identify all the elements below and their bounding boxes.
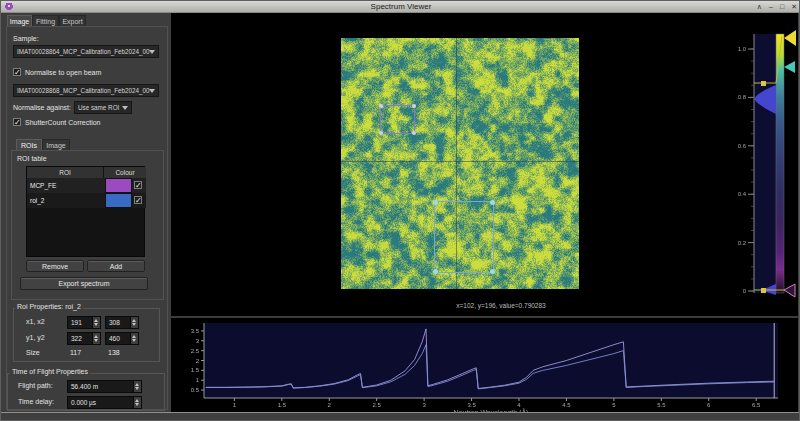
normalise-against-value: Use same ROI bbox=[78, 104, 119, 111]
spinner-icon[interactable] bbox=[130, 333, 138, 344]
window-controls: ∧ – □ ✕ bbox=[757, 2, 797, 11]
roi-handle[interactable] bbox=[433, 269, 438, 274]
spinner-icon[interactable] bbox=[130, 317, 138, 328]
roi-handle[interactable] bbox=[412, 131, 416, 135]
roi-table-title: ROI table bbox=[17, 155, 47, 162]
title-bar[interactable]: Spectrum Viewer ∧ – □ ✕ bbox=[1, 1, 800, 13]
roi-column-header[interactable]: ROI bbox=[27, 167, 103, 178]
roi-rect-roi-2[interactable] bbox=[434, 201, 494, 273]
open-beam-combobox-value: IMAT00028868_MCP_Calibration_Feb2024_00 bbox=[17, 87, 150, 94]
cursor-status-text: x=102, y=196, value=0.790283 bbox=[391, 302, 611, 309]
shuttercount-checkbox[interactable]: ✓ bbox=[13, 118, 21, 126]
time-delay-spinbox[interactable]: 0.000 µs bbox=[67, 396, 142, 409]
roi-name: MCP_FE bbox=[30, 178, 56, 193]
normalise-checkbox[interactable]: ✓ bbox=[13, 68, 21, 76]
control-panel: Image Fitting Export Sample: IMAT0002886… bbox=[4, 13, 171, 412]
sample-combobox[interactable]: IMAT00028864_MCP_Calibration_Feb2024_00 bbox=[13, 45, 159, 58]
roi-colour-swatch[interactable] bbox=[105, 193, 132, 208]
roi-handle[interactable] bbox=[379, 131, 383, 135]
roi-handle[interactable] bbox=[412, 104, 416, 108]
chevron-down-icon bbox=[149, 89, 155, 93]
flight-path-value: 56.400 m bbox=[71, 383, 98, 390]
add-button[interactable]: Add bbox=[87, 260, 145, 272]
flight-path-label: Flight path: bbox=[18, 382, 53, 389]
spinner-icon[interactable] bbox=[133, 397, 141, 408]
roi-handle[interactable] bbox=[433, 200, 438, 205]
x1-spinbox[interactable]: 191 bbox=[67, 316, 101, 329]
roi-visible-checkbox[interactable]: ✓ bbox=[134, 181, 142, 189]
y2-spinbox[interactable]: 460 bbox=[105, 332, 139, 345]
roi-rect-mcp-fe[interactable] bbox=[380, 105, 415, 134]
remove-button[interactable]: Remove bbox=[26, 260, 84, 272]
shade-icon[interactable]: ∧ bbox=[757, 2, 762, 11]
tof-title: Time of Flight Properties bbox=[10, 368, 90, 375]
size-label: Size bbox=[26, 349, 40, 356]
y1-value: 322 bbox=[71, 335, 82, 342]
sample-label: Sample: bbox=[13, 35, 39, 42]
sample-combobox-value: IMAT00028864_MCP_Calibration_Feb2024_00 bbox=[17, 48, 150, 55]
time-delay-label: Time delay: bbox=[18, 398, 54, 405]
histogram-lut[interactable] bbox=[746, 31, 798, 296]
colour-column-header[interactable]: Colour bbox=[104, 167, 146, 178]
roi-properties-title: Roi Properties: roi_2 bbox=[15, 303, 83, 310]
window-title: Spectrum Viewer bbox=[1, 2, 800, 11]
roi-name: roi_2 bbox=[30, 193, 44, 208]
normalise-against-combobox[interactable]: Use same ROI bbox=[74, 101, 132, 114]
roi-handle[interactable] bbox=[379, 104, 383, 108]
spectrum-viewer-window: Spectrum Viewer ∧ – □ ✕ Image Fitting Ex… bbox=[0, 0, 800, 421]
size-height-value: 138 bbox=[108, 349, 120, 356]
chevron-down-icon bbox=[122, 106, 128, 110]
window-frame-bottom bbox=[1, 412, 800, 421]
minimize-icon[interactable]: – bbox=[769, 2, 773, 11]
x2-value: 308 bbox=[109, 319, 120, 326]
roi-handle[interactable] bbox=[490, 200, 495, 205]
normalise-checkbox-label: Normalise to open beam bbox=[25, 69, 101, 76]
check-icon: ✓ bbox=[14, 118, 21, 127]
table-row[interactable]: MCP_FE ✓ bbox=[27, 178, 146, 193]
close-icon[interactable]: ✕ bbox=[791, 2, 797, 11]
open-beam-combobox[interactable]: IMAT00028868_MCP_Calibration_Feb2024_00 bbox=[13, 84, 159, 97]
shuttercount-checkbox-label: ShutterCount Correction bbox=[25, 119, 100, 126]
roi-handle[interactable] bbox=[490, 269, 495, 274]
spinner-icon[interactable] bbox=[133, 381, 141, 392]
y-range-label: y1, y2 bbox=[26, 334, 45, 341]
check-icon: ✓ bbox=[14, 68, 21, 77]
check-icon: ✓ bbox=[135, 196, 142, 205]
x2-spinbox[interactable]: 308 bbox=[105, 316, 139, 329]
table-row[interactable]: roi_2 ✓ bbox=[27, 193, 146, 208]
splitter-handle[interactable] bbox=[171, 316, 798, 318]
export-spectrum-button[interactable]: Export spectrum bbox=[20, 277, 148, 290]
time-delay-value: 0.000 µs bbox=[71, 399, 96, 406]
size-width-value: 117 bbox=[70, 349, 81, 356]
spinner-icon[interactable] bbox=[92, 317, 100, 328]
roi-visible-checkbox[interactable]: ✓ bbox=[134, 196, 142, 204]
y1-spinbox[interactable]: 322 bbox=[67, 332, 101, 345]
x1-value: 191 bbox=[71, 319, 82, 326]
spinner-icon[interactable] bbox=[92, 333, 100, 344]
check-icon: ✓ bbox=[135, 181, 142, 190]
flight-path-spinbox[interactable]: 56.400 m bbox=[67, 380, 142, 393]
maximize-icon[interactable]: □ bbox=[780, 2, 784, 11]
x-range-label: x1, x2 bbox=[26, 318, 45, 325]
normalise-against-label: Normalise against: bbox=[13, 104, 71, 111]
y2-value: 460 bbox=[109, 335, 120, 342]
roi-table: ROI Colour MCP_FE ✓ roi_2 ✓ bbox=[26, 166, 145, 257]
spectrum-plot[interactable] bbox=[204, 323, 778, 398]
roi-colour-swatch[interactable] bbox=[105, 178, 132, 193]
chevron-down-icon bbox=[149, 50, 155, 54]
